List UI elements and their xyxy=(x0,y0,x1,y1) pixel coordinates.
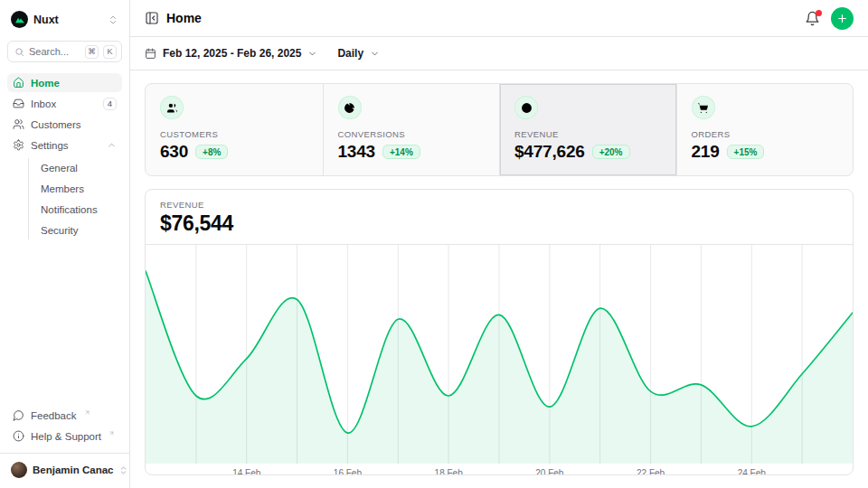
sidebar-item-label: Settings xyxy=(31,140,100,151)
home-icon xyxy=(13,77,24,89)
date-range-value: Feb 12, 2025 - Feb 26, 2025 xyxy=(163,47,301,60)
sidebar-item-label: Home xyxy=(31,78,117,89)
stat-label: ORDERS xyxy=(692,129,839,139)
cart-icon xyxy=(692,96,715,119)
sidebar-item-label: Inbox xyxy=(31,99,97,109)
sidebar-item-customers[interactable]: Customers xyxy=(7,115,122,134)
external-link-icon xyxy=(108,430,115,436)
x-axis-tick-label: 24 Feb xyxy=(738,468,766,475)
dollar-circle-icon xyxy=(514,96,538,119)
x-axis-tick-label: 16 Feb xyxy=(334,468,362,475)
stat-label: REVENUE xyxy=(514,129,662,139)
stat-value: 630 xyxy=(160,142,188,162)
add-button[interactable] xyxy=(831,7,854,30)
sidebar-item-inbox[interactable]: Inbox 4 xyxy=(7,94,122,113)
chevron-up-icon xyxy=(107,140,117,150)
help-support-label: Help & Support xyxy=(31,431,101,442)
stat-delta-badge: +15% xyxy=(727,145,765,159)
sidebar-item-members[interactable]: Members xyxy=(37,179,122,198)
sidebar-item-security[interactable]: Security xyxy=(37,221,122,239)
x-axis-tick-label: 14 Feb xyxy=(232,468,260,475)
granularity-value: Daily xyxy=(337,47,363,60)
user-menu[interactable]: Benjamin Canac xyxy=(7,459,122,481)
sidebar-divider xyxy=(0,453,129,454)
stat-delta-badge: +8% xyxy=(195,145,228,159)
main-area: Home Feb 12, 2 xyxy=(130,0,868,488)
chevrons-up-down-icon xyxy=(118,465,128,475)
settings-subnav: General Members Notifications Security xyxy=(28,158,122,239)
sidebar: Nuxt Search... ⌘ K Home xyxy=(0,0,130,488)
app-root: Nuxt Search... ⌘ K Home xyxy=(0,0,868,488)
message-bubble-icon xyxy=(13,409,24,421)
inbox-icon xyxy=(13,98,24,109)
feedback-link[interactable]: Feedback xyxy=(7,406,122,425)
sidebar-item-general[interactable]: General xyxy=(37,158,122,177)
inbox-count-badge: 4 xyxy=(103,98,117,110)
chevrons-up-down-icon xyxy=(108,14,118,25)
plus-icon xyxy=(836,13,848,24)
users-icon xyxy=(160,96,184,119)
x-axis-tick-label: 20 Feb xyxy=(535,468,563,475)
external-link-icon xyxy=(84,409,90,416)
users-icon xyxy=(13,118,24,130)
collapse-sidebar-button[interactable] xyxy=(145,11,159,25)
chart-metric-total: $76,544 xyxy=(160,211,838,236)
gear-icon xyxy=(13,139,24,151)
notification-dot xyxy=(816,10,822,16)
stat-card-revenue[interactable]: REVENUE $477,626 +20% xyxy=(499,84,676,175)
avatar xyxy=(11,462,27,478)
sidebar-footer: Feedback Help & Support Benjamin Canac xyxy=(7,406,122,481)
chart-header: REVENUE $76,544 xyxy=(146,190,853,245)
sidebar-item-label: Members xyxy=(41,183,118,194)
page-header: Home xyxy=(130,0,868,37)
chart-metric-label: REVENUE xyxy=(160,200,838,210)
revenue-area-chart xyxy=(146,245,853,464)
sidebar-item-label: General xyxy=(41,163,118,174)
x-axis-tick-label: 18 Feb xyxy=(435,468,463,475)
search-placeholder: Search... xyxy=(29,46,80,57)
stats-row: CUSTOMERS 630 +8% CONVERSIONS 1343 +14% xyxy=(145,83,854,176)
sidebar-nav: Home Inbox 4 Customers Settings xyxy=(7,73,122,239)
x-axis-labels: 14 Feb16 Feb18 Feb20 Feb22 Feb24 Feb xyxy=(146,464,853,475)
help-support-link[interactable]: Help & Support xyxy=(7,427,122,446)
sidebar-item-label: Customers xyxy=(31,119,117,130)
sidebar-item-label: Security xyxy=(41,225,118,236)
x-axis-tick-label: 22 Feb xyxy=(637,468,665,475)
sidebar-item-home[interactable]: Home xyxy=(7,73,122,92)
stat-delta-badge: +20% xyxy=(592,145,630,159)
stat-card-orders[interactable]: ORDERS 219 +15% xyxy=(676,84,854,175)
nuxt-logo-icon xyxy=(11,11,28,28)
stat-value: $477,626 xyxy=(514,142,585,162)
pie-chart-icon xyxy=(338,96,362,119)
stat-label: CUSTOMERS xyxy=(160,129,308,139)
search-input[interactable]: Search... ⌘ K xyxy=(7,41,122,62)
revenue-chart-card: REVENUE $76,544 14 Feb16 Feb18 Feb20 Feb… xyxy=(145,189,854,475)
sidebar-item-settings[interactable]: Settings xyxy=(7,136,122,155)
chart-plot-area[interactable]: 14 Feb16 Feb18 Feb20 Feb22 Feb24 Feb xyxy=(146,245,853,474)
stat-card-customers[interactable]: CUSTOMERS 630 +8% xyxy=(146,84,323,175)
date-range-picker[interactable]: Feb 12, 2025 - Feb 26, 2025 xyxy=(145,47,317,60)
sidebar-item-notifications[interactable]: Notifications xyxy=(37,200,122,219)
user-name: Benjamin Canac xyxy=(33,465,113,475)
stat-value: 1343 xyxy=(338,142,375,162)
sidebar-item-label: Notifications xyxy=(41,204,118,215)
info-icon xyxy=(13,430,24,442)
stat-label: CONVERSIONS xyxy=(338,129,486,139)
search-icon xyxy=(14,47,24,57)
page-title: Home xyxy=(166,11,202,25)
kbd-cmd: ⌘ xyxy=(85,45,99,59)
calendar-icon xyxy=(145,48,156,60)
notifications-button[interactable] xyxy=(805,11,820,26)
chevron-down-icon xyxy=(370,49,380,59)
dashboard-content: CUSTOMERS 630 +8% CONVERSIONS 1343 +14% xyxy=(130,70,868,488)
chevron-down-icon xyxy=(307,49,317,59)
stat-card-conversions[interactable]: CONVERSIONS 1343 +14% xyxy=(323,84,500,175)
filters-toolbar: Feb 12, 2025 - Feb 26, 2025 Daily xyxy=(130,37,868,70)
workspace-selector[interactable]: Nuxt xyxy=(7,7,122,32)
granularity-select[interactable]: Daily xyxy=(337,47,380,60)
stat-value: 219 xyxy=(692,142,720,162)
workspace-name: Nuxt xyxy=(33,14,102,26)
feedback-label: Feedback xyxy=(31,410,77,421)
kbd-k: K xyxy=(103,45,117,59)
stat-delta-badge: +14% xyxy=(382,145,420,159)
